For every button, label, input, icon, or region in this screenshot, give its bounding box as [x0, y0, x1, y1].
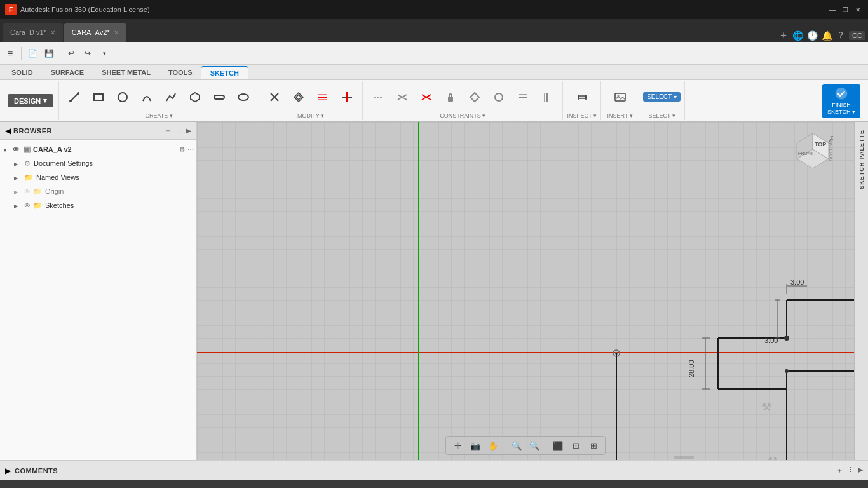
viewcube[interactable]: TOP FRONT Z BOTTOM — [790, 127, 835, 172]
trim-tool-button[interactable] — [263, 83, 286, 111]
zoom-fit-button[interactable]: 🔍 — [527, 438, 542, 453]
browser-add-icon[interactable]: ＋ — [165, 126, 172, 135]
view-mode-button2[interactable]: ⊡ — [568, 438, 583, 453]
design-button[interactable]: DESIGN ▾ — [8, 94, 53, 107]
sketches-eye-icon[interactable]: 👁 — [24, 202, 31, 209]
select-label: SELECT ▾ — [648, 112, 675, 119]
new-tab-button[interactable]: ＋ — [778, 29, 789, 42]
tab-cara-d[interactable]: Cara_D v1* ✕ — [3, 23, 63, 42]
insert-image-button[interactable] — [609, 83, 632, 111]
svg-marker-20 — [470, 93, 479, 102]
svg-text:⚒: ⚒ — [761, 401, 771, 414]
clock-icon[interactable]: 🕒 — [807, 30, 818, 41]
collinear-constraint-button[interactable] — [391, 83, 414, 111]
tab-sketch[interactable]: SKETCH — [201, 66, 248, 79]
rectangle-tool-button[interactable] — [87, 83, 110, 111]
svg-point-21 — [495, 93, 503, 101]
sketch-palette-label: SKETCH PALETTE — [858, 130, 865, 189]
svg-text:28.00: 28.00 — [688, 360, 695, 377]
tab-solid[interactable]: SOLID — [3, 67, 42, 78]
origin-eye-icon[interactable]: 👁 — [24, 188, 31, 195]
tab-surface[interactable]: SURFACE — [42, 67, 93, 78]
new-file-button[interactable]: 📄 — [25, 46, 40, 61]
ellipse-tool-button[interactable] — [232, 83, 255, 111]
undo-button[interactable]: ↩ — [64, 46, 79, 61]
camera-tool-button[interactable]: 📷 — [468, 438, 483, 453]
view-mode-button3[interactable]: ⊞ — [586, 438, 601, 453]
save-button[interactable]: 💾 — [41, 46, 57, 61]
slot-tool-button[interactable] — [208, 83, 231, 111]
eye-icon-root[interactable]: 👁 — [13, 146, 19, 153]
browser-menu-icon[interactable]: ⋮ — [175, 126, 182, 135]
close-button[interactable]: ✕ — [853, 4, 863, 15]
offset-tool-button[interactable] — [287, 83, 310, 111]
equal-constraint-button[interactable] — [463, 83, 486, 111]
tab-close-icon[interactable]: ✕ — [114, 29, 119, 36]
create-label: CREATE ▾ — [146, 112, 173, 119]
finish-sketch-button[interactable]: FINISHSKETCH ▾ — [822, 84, 860, 118]
concentric-constraint-button[interactable] — [415, 83, 438, 111]
tangent-constraint-button[interactable] — [487, 83, 510, 111]
minimize-button[interactable]: — — [827, 4, 837, 15]
comments-expand-icon[interactable]: ▶ — [5, 466, 11, 475]
tab-cara-a[interactable]: CARA_Av2* ✕ — [64, 23, 126, 42]
tree-item-origin[interactable]: 👁 📁 Origin — [0, 184, 196, 198]
lock-constraint-button[interactable] — [439, 83, 462, 111]
tree-arrow-origin[interactable] — [14, 188, 23, 195]
inspect-tools — [571, 83, 593, 111]
tree-arrow-named-views[interactable] — [14, 174, 23, 181]
dropdown-arrow[interactable]: ▾ — [97, 46, 112, 61]
tab-sheet-metal[interactable]: SHEET METAL — [93, 67, 159, 78]
polygon-tool-button[interactable] — [184, 83, 207, 111]
root-settings-icon[interactable]: ⚙ — [179, 146, 185, 153]
tree-item-doc-settings[interactable]: ⚙ Document Settings — [0, 156, 196, 170]
tree-arrow-sketches[interactable] — [14, 202, 23, 209]
restore-button[interactable]: ❐ — [840, 4, 850, 15]
svg-marker-4 — [191, 93, 200, 102]
browser-expand-icon[interactable]: ▶ — [186, 127, 191, 134]
tree-item-sketches[interactable]: 👁 📁 Sketches — [0, 198, 196, 212]
measure-tool-button[interactable] — [571, 83, 593, 111]
tab-close-icon[interactable]: ✕ — [50, 29, 55, 36]
tree-item-named-views[interactable]: 📁 Named Views — [0, 170, 196, 184]
create-tools — [63, 83, 255, 111]
sketch-palette[interactable]: SKETCH PALETTE — [854, 122, 868, 460]
redo-button[interactable]: ↪ — [80, 46, 95, 61]
globe-icon[interactable]: 🌐 — [792, 30, 803, 41]
arc-tool-button[interactable] — [135, 83, 158, 111]
tab-tools[interactable]: TOOLS — [159, 67, 201, 78]
view-mode-button1[interactable]: ⬛ — [550, 438, 566, 453]
quick-access-toolbar: ≡ 📄 💾 ↩ ↪ ▾ — [0, 42, 868, 65]
help-icon[interactable]: ？ — [836, 30, 845, 41]
polyline-tool-button[interactable] — [159, 83, 182, 111]
tree-label-named-views: Named Views — [36, 173, 194, 181]
zoom-tool-button[interactable]: 🔍 — [509, 438, 524, 453]
pan-tool-button[interactable]: ✛ — [450, 438, 465, 453]
app-menu-button[interactable]: ≡ — [3, 46, 18, 61]
comments-add-icon[interactable]: ＋ — [836, 466, 843, 475]
account-icon[interactable]: CC — [849, 31, 865, 40]
project-tool-button[interactable] — [336, 83, 358, 111]
doc-settings-icon: ⚙ — [24, 159, 31, 168]
design-dropdown-icon: ▾ — [43, 97, 47, 105]
inspect-group: INSPECT ▾ — [563, 81, 601, 120]
tree-label-origin: Origin — [45, 187, 194, 195]
select-button[interactable]: SELECT ▾ — [643, 92, 681, 102]
bell-icon[interactable]: 🔔 — [822, 30, 832, 41]
line-tool-button[interactable] — [63, 83, 86, 111]
root-more-icon[interactable]: ⋯ — [187, 146, 194, 153]
tree-arrow-root[interactable] — [3, 146, 11, 153]
orbit-tool-button[interactable]: ✋ — [485, 438, 501, 453]
browser-title: BROWSER — [13, 127, 52, 135]
tree-item-root[interactable]: 👁 ▣ CARA_A v2 ⚙ ⋯ — [0, 142, 196, 156]
hatch-tool-button[interactable] — [311, 83, 334, 111]
vertical-constraint-button[interactable] — [536, 83, 559, 111]
separator — [60, 47, 60, 60]
comments-menu-icon[interactable]: ⋮ — [847, 466, 854, 475]
circle-tool-button[interactable] — [111, 83, 134, 111]
browser-collapse-icon[interactable]: ◀ — [5, 126, 11, 135]
comments-collapse-icon[interactable]: ▶ — [858, 466, 863, 475]
coincident-constraint-button[interactable] — [367, 83, 390, 111]
tree-arrow-doc[interactable] — [14, 160, 23, 167]
horizontal-constraint-button[interactable] — [512, 83, 534, 111]
